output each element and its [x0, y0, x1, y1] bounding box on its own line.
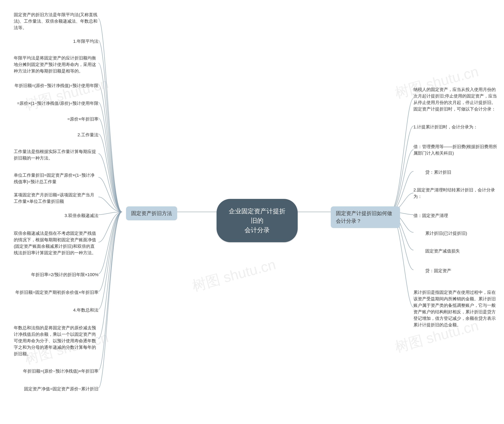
right-branch: 固定资产计提折旧如何做会计分录？: [331, 206, 400, 228]
left-item-16: 年折旧额=(原价−预计净残值)×年折旧率: [14, 366, 98, 376]
left-item-12: 年折旧率=2/预计的折旧年限×100%: [14, 270, 98, 280]
left-item-7: 工作量法是指根据实际工作量计算每期应提折旧额的一种方法。: [14, 147, 98, 163]
left-item-11: 双倍余额递减法是指在不考虑固定资产残值的情况下，根据每期期初固定资产账面净值(固…: [14, 228, 98, 258]
root-line1: 企业固定资产计提折旧的: [227, 206, 287, 225]
left-item-5: =原价×年折旧率: [14, 114, 98, 124]
left-item-13: 年折旧额=固定资产期初折余价值×年折旧率: [14, 287, 98, 297]
right-item-1: 1.计提累计折旧时，会计分录为：: [413, 122, 498, 132]
left-item-4: =原价×(1−预计净残值/原价)÷预计使用年限: [14, 99, 98, 108]
left-item-14: 4.年数总和法: [14, 305, 98, 315]
left-item-2: 年限平均法是将固定资产的应计折旧额均衡地分摊到固定资产预计使用寿命内，采用这种方…: [14, 53, 98, 76]
right-item-4: 2.固定资产清理时结转累计折旧，会计分录为：: [413, 185, 498, 201]
right-item-3: 贷：累计折旧: [425, 167, 498, 177]
left-item-1: 1.年限平均法: [14, 37, 98, 46]
root-line2: 会计分录: [227, 225, 287, 235]
left-item-9: 某项固定资产月折旧额=该项固定资产当月工作量×单位工作量折旧额: [14, 190, 98, 206]
watermark: 树图 shutu.cn: [23, 74, 111, 114]
watermark: 树图 shutu.cn: [190, 255, 278, 296]
left-item-17: 固定资产净值=固定资产原价−累计折旧: [14, 384, 98, 394]
right-item-2: 借：管理费用等——折旧费(根据折旧费用所属部门计入相关科目): [413, 142, 498, 158]
left-item-8: 单位工作量折旧=固定资产原价×(1−预计净残值率)÷预计总工作量: [14, 170, 98, 187]
right-item-6: 累计折旧(已计提折旧): [425, 228, 498, 238]
left-item-3: 年折旧额=(原价−预计净残值)÷预计使用年限: [14, 81, 98, 90]
right-item-7: 固定资产减值损失: [425, 246, 498, 256]
left-item-0: 固定资产的折旧方法是年限平均法(又称直线法)、工作量法、双倍余额递减法、年数总和…: [14, 10, 98, 32]
root-node: 企业固定资产计提折旧的 会计分录: [216, 199, 298, 242]
left-item-6: 2.工作量法: [14, 130, 98, 140]
left-item-15: 年数总和法指的是将固定资产的原价减去预计净残值后的余额，乘以一个以固定资产尚可使…: [14, 323, 98, 359]
left-branch: 固定资产折旧方法: [126, 206, 177, 220]
right-item-9: 累计折旧是指固定资产在使用过程中，应在该资产受益期间内所摊销的金额。累计折旧账户…: [413, 287, 498, 330]
right-item-5: 借：固定资产清理: [413, 211, 498, 220]
left-item-10: 3.双倍余额递减法: [14, 211, 98, 220]
right-item-0: 纳税人的固定资产，应当从投入使用月份的次月起计提折旧;停止使用的固定资产，应当从…: [413, 85, 498, 114]
right-item-8: 贷：固定资产: [425, 266, 498, 275]
